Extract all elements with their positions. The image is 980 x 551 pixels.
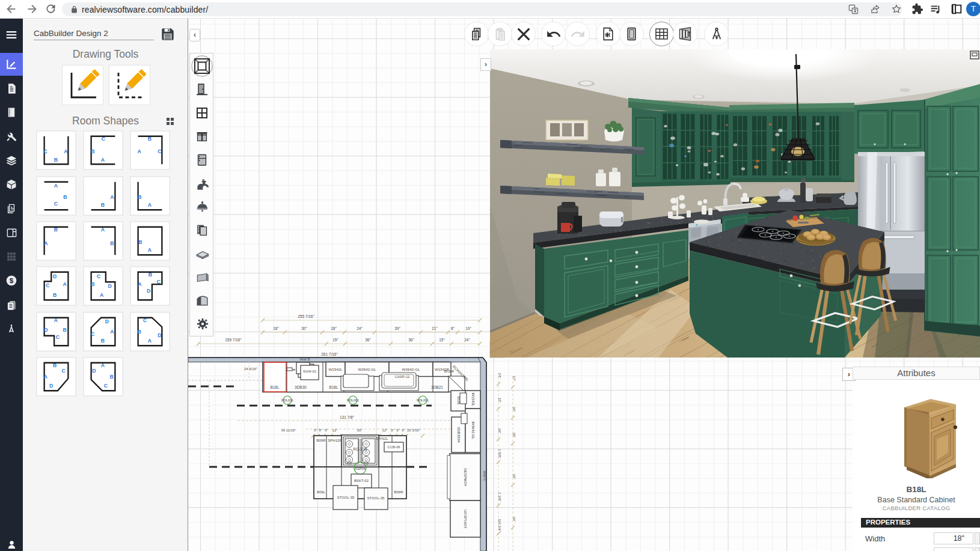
svg-text:36": 36" (512, 407, 516, 412)
svg-text:B: B (101, 338, 105, 344)
svg-text:$: $ (10, 276, 14, 284)
svg-text:27": 27" (512, 376, 516, 382)
svg-text:D: D (105, 318, 109, 324)
svg-text:12": 12" (332, 428, 338, 432)
svg-text:CASP-11: CASP-11 (395, 375, 410, 379)
svg-text:W1542L: W1542L (471, 392, 476, 407)
svg-text:BF3DR: BF3DR (444, 370, 455, 373)
svg-text:18": 18" (331, 326, 337, 330)
svg-text:DSP06: DSP06 (355, 467, 365, 470)
svg-text:D: D (147, 288, 150, 294)
svg-text:A: A (101, 227, 105, 233)
svg-text:B: B (110, 240, 114, 246)
svg-text:B: B (109, 374, 113, 380)
svg-text:159 7/16": 159 7/16" (225, 338, 242, 342)
svg-text:C: C (104, 383, 108, 389)
svg-text:CCB-06: CCB-06 (387, 445, 400, 449)
svg-text:A: A (148, 338, 152, 344)
svg-text:W3642-GL: W3642-GL (471, 422, 476, 440)
svg-text:D: D (53, 273, 57, 279)
svg-text:RDL001: RDL001 (347, 398, 359, 402)
svg-text:B: B (101, 202, 105, 208)
svg-text:B09R: B09R (316, 439, 326, 442)
svg-text:BSKT-02: BSKT-02 (354, 479, 369, 483)
svg-text:B09L: B09L (317, 490, 326, 494)
svg-text:A: A (101, 157, 105, 163)
svg-text:30": 30" (357, 428, 363, 432)
svg-text:B: B (54, 227, 58, 233)
svg-text:15": 15" (439, 338, 445, 342)
svg-text:B: B (137, 329, 141, 335)
svg-text:B18L: B18L (270, 385, 280, 389)
svg-text:39 11/16": 39 11/16" (281, 428, 296, 432)
svg-text:A: A (44, 240, 48, 246)
svg-text:0": 0" (391, 428, 394, 432)
svg-text:C: C (46, 282, 50, 288)
svg-text:C: C (56, 334, 60, 340)
svg-text:116 3/4": 116 3/4" (498, 519, 501, 532)
svg-text:C: C (43, 148, 47, 154)
svg-text:B: B (138, 239, 142, 245)
svg-text:W1542L: W1542L (328, 367, 343, 371)
svg-text:36": 36" (512, 474, 516, 479)
svg-text:RDL001: RDL001 (281, 398, 293, 402)
svg-text:9": 9" (319, 428, 322, 432)
svg-text:W3642-GL: W3642-GL (358, 367, 376, 371)
svg-text:C: C (156, 279, 161, 285)
svg-text:1 3/8": 1 3/8" (498, 492, 501, 501)
svg-text:B: B (53, 292, 57, 298)
svg-text:RDL001: RDL001 (417, 398, 429, 402)
svg-text:36": 36" (365, 338, 371, 342)
svg-text:3DB21: 3DB21 (431, 385, 443, 389)
svg-text:B18L: B18L (329, 385, 338, 389)
svg-text:Wall B: Wall B (299, 358, 310, 361)
svg-text:B09R: B09R (394, 490, 403, 494)
svg-text:W3642-GL: W3642-GL (402, 367, 420, 371)
svg-text:39": 39" (394, 326, 400, 330)
svg-text:C: C (102, 136, 106, 142)
svg-text:A: A (148, 202, 152, 208)
svg-text:24": 24" (464, 338, 470, 342)
svg-text:30": 30" (301, 326, 307, 330)
svg-text:UCSP1624: UCSP1624 (464, 510, 468, 529)
svg-text:0": 0" (314, 428, 317, 432)
svg-text:36": 36" (408, 338, 414, 342)
svg-text:1 5/8": 1 5/8" (498, 449, 501, 458)
svg-text:36": 36" (512, 517, 516, 522)
svg-text:20 3/16": 20 3/16" (407, 428, 420, 432)
svg-text:24": 24" (498, 373, 501, 379)
svg-text:0": 0" (402, 428, 405, 432)
svg-text:12": 12" (382, 428, 388, 432)
svg-text:261 7/16": 261 7/16" (321, 352, 338, 356)
svg-text:D: D (92, 368, 96, 374)
svg-text:C: C (143, 317, 147, 323)
svg-text:D: D (49, 383, 53, 389)
svg-text:15": 15" (332, 338, 338, 342)
svg-text:B: B (91, 281, 94, 287)
svg-text:A: A (101, 362, 105, 368)
svg-text:A: A (43, 374, 47, 380)
svg-text:B: B (54, 157, 58, 163)
svg-text:21": 21" (432, 326, 438, 330)
svg-text:A: A (110, 194, 114, 200)
svg-text:24": 24" (357, 326, 363, 330)
svg-text:8": 8" (451, 326, 455, 330)
svg-text:D: D (44, 327, 47, 333)
svg-text:STOOL-35: STOOL-35 (367, 496, 385, 500)
svg-text:19": 19" (465, 326, 471, 330)
svg-text:B: B (53, 362, 57, 368)
svg-text:SPH12L: SPH12L (376, 437, 388, 440)
svg-text:A: A (148, 247, 152, 253)
svg-text:B: B (91, 148, 94, 154)
svg-text:Wall C: Wall C (483, 470, 486, 481)
svg-text:131 7/8": 131 7/8" (340, 415, 355, 419)
svg-text:A: A (137, 148, 141, 154)
svg-text:24 5/16": 24 5/16" (244, 367, 257, 371)
svg-text:36": 36" (498, 428, 501, 434)
svg-text:255 7/16": 255 7/16" (298, 314, 314, 318)
svg-text:18": 18" (273, 326, 279, 330)
svg-text:3DB30: 3DB30 (295, 385, 307, 389)
svg-text:6": 6" (325, 428, 328, 432)
svg-text:SGM-01: SGM-01 (303, 370, 317, 373)
svg-text:9": 9" (396, 428, 399, 432)
